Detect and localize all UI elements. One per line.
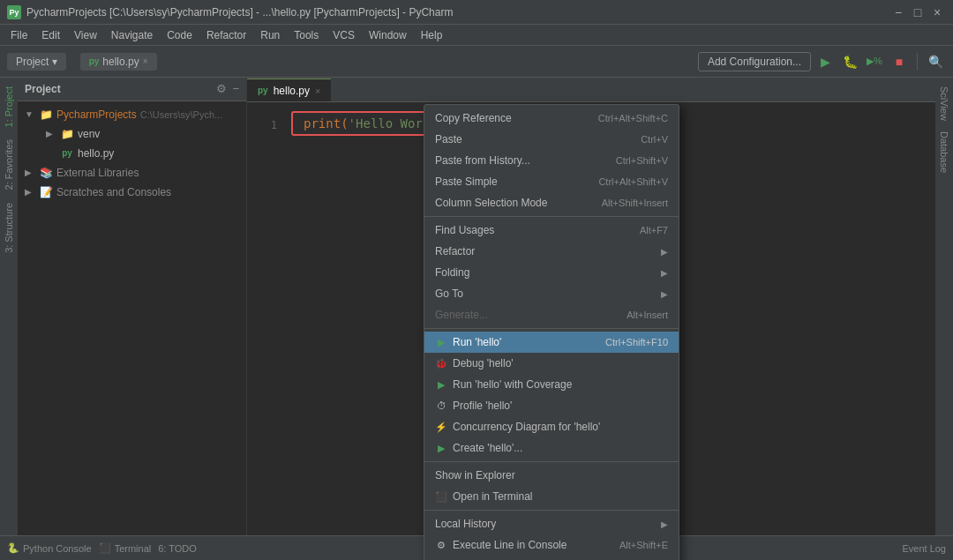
ctx-paste-simple-shortcut: Ctrl+Alt+Shift+V xyxy=(598,176,668,187)
ctx-paste-history-label: Paste from History... xyxy=(435,154,530,167)
ctx-refactor[interactable]: Refactor ▶ xyxy=(424,241,679,262)
ctx-profile-hello[interactable]: ⏱ Profile 'hello' xyxy=(424,395,679,416)
ctx-show-explorer[interactable]: Show in Explorer xyxy=(424,465,679,486)
ctx-concurrency-icon: ⚡ xyxy=(435,421,447,433)
panel-settings-icon[interactable]: ⚙ xyxy=(216,82,227,95)
ctx-column-selection[interactable]: Column Selection Mode Alt+Shift+Insert xyxy=(424,192,679,213)
tree-item-scratches[interactable]: ▶ 📝 Scratches and Consoles xyxy=(18,183,246,202)
ctx-run-coverage[interactable]: ▶ Run 'hello' with Coverage xyxy=(424,374,679,395)
sidebar-item-database[interactable]: Database xyxy=(937,126,951,178)
menu-edit[interactable]: Edit xyxy=(34,27,67,43)
run-with-coverage-button[interactable]: ▶% xyxy=(864,51,885,72)
ctx-create-hello[interactable]: ▶ Create 'hello'... xyxy=(424,437,679,459)
ctx-find-usages[interactable]: Find Usages Alt+F7 xyxy=(424,220,679,241)
panel-collapse-icon[interactable]: − xyxy=(232,82,239,95)
ctx-concurrency[interactable]: ⚡ Concurrency Diagram for 'hello' xyxy=(424,416,679,437)
ctx-column-selection-shortcut: Alt+Shift+Insert xyxy=(602,198,668,208)
ctx-debug-hello-label: Debug 'hello' xyxy=(453,357,514,370)
ctx-copy-reference[interactable]: Copy Reference Ctrl+Alt+Shift+C xyxy=(424,108,679,129)
ctx-show-explorer-label: Show in Explorer xyxy=(435,469,515,482)
status-python-console[interactable]: 🐍 Python Console xyxy=(7,542,92,554)
ctx-folding-label: Folding xyxy=(435,266,469,279)
ctx-paste[interactable]: Paste Ctrl+V xyxy=(424,129,679,150)
hello-label: hello.py xyxy=(78,147,114,160)
status-event-log[interactable]: Event Log xyxy=(902,543,946,554)
tree-item-external-libs[interactable]: ▶ 📚 External Libraries xyxy=(18,163,246,183)
ctx-refactor-arrow: ▶ xyxy=(661,247,668,257)
menu-vcs[interactable]: VCS xyxy=(326,27,362,43)
code-print-keyword: print xyxy=(304,116,341,131)
project-tab[interactable]: Project ▾ xyxy=(7,53,66,71)
search-everywhere-button[interactable]: 🔍 xyxy=(925,51,946,72)
file-tab[interactable]: py hello.py × xyxy=(80,53,157,71)
file-tab-label: hello.py xyxy=(102,56,139,68)
terminal-label: Terminal xyxy=(115,543,152,554)
ctx-paste-label: Paste xyxy=(435,133,462,146)
add-configuration-button[interactable]: Add Configuration... xyxy=(698,52,811,71)
close-button[interactable]: × xyxy=(928,4,946,21)
ctx-run-coverage-label: Run 'hello' with Coverage xyxy=(453,378,572,391)
project-tab-label: Project ▾ xyxy=(16,56,57,68)
ctx-run-icon: ▶ xyxy=(435,336,447,348)
ctx-run-hello-label: Run 'hello' xyxy=(453,336,501,348)
tree-item-venv[interactable]: ▶ 📁 venv xyxy=(18,124,246,144)
menu-file[interactable]: File xyxy=(4,27,34,43)
sidebar-item-project[interactable]: 1: Project xyxy=(2,81,16,132)
venv-folder-icon: 📁 xyxy=(60,127,74,141)
status-terminal[interactable]: ⬛ Terminal xyxy=(99,542,152,554)
ctx-debug-hello[interactable]: 🐞 Debug 'hello' xyxy=(424,353,679,374)
menu-run[interactable]: Run xyxy=(253,27,287,43)
menu-refactor[interactable]: Refactor xyxy=(199,27,253,43)
ctx-paste-shortcut: Ctrl+V xyxy=(641,134,668,145)
sidebar-item-structure[interactable]: 3: Structure xyxy=(2,198,16,258)
left-side-tabs: 1: Project 2: Favorites 3: Structure xyxy=(0,78,18,535)
maximize-button[interactable]: □ xyxy=(909,4,927,21)
ctx-run-file[interactable]: ⚙ Run File in Console xyxy=(424,556,679,560)
debug-button[interactable]: 🐛 xyxy=(839,51,860,72)
editor-tab-hello[interactable]: py hello.py × xyxy=(247,78,331,101)
ctx-paste-history-shortcut: Ctrl+Shift+V xyxy=(616,155,668,166)
ctx-goto-label: Go To xyxy=(435,287,463,300)
ctx-folding[interactable]: Folding ▶ xyxy=(424,262,679,283)
ctx-debug-icon: 🐞 xyxy=(435,357,447,370)
ctx-execute-icon: ⚙ xyxy=(435,539,447,551)
minimize-button[interactable]: − xyxy=(889,4,907,21)
ctx-run-hello[interactable]: ▶ Run 'hello' Ctrl+Shift+F10 xyxy=(424,332,679,353)
ctx-column-selection-label: Column Selection Mode xyxy=(435,197,547,209)
ctx-execute-line-shortcut: Alt+Shift+E xyxy=(619,540,668,550)
menu-view[interactable]: View xyxy=(67,27,104,43)
ctx-open-terminal[interactable]: ⬛ Open in Terminal xyxy=(424,486,679,507)
run-button[interactable]: ▶ xyxy=(814,51,836,72)
sidebar-item-sciview[interactable]: SciView xyxy=(937,81,951,126)
ctx-paste-simple-label: Paste Simple xyxy=(435,175,498,188)
ctx-find-usages-label: Find Usages xyxy=(435,224,494,236)
ctx-local-history[interactable]: Local History ▶ xyxy=(424,513,679,534)
ctx-profile-icon: ⏱ xyxy=(435,399,447,412)
stop-button[interactable]: ■ xyxy=(889,51,910,72)
ctx-execute-line[interactable]: ⚙ Execute Line in Console Alt+Shift+E xyxy=(424,534,679,556)
extlibs-label: External Libraries xyxy=(56,167,139,179)
ctx-sep-4 xyxy=(424,510,679,511)
menu-navigate[interactable]: Navigate xyxy=(104,27,160,43)
tree-item-hello[interactable]: ▶ py hello.py xyxy=(18,144,246,163)
sidebar-item-favorites[interactable]: 2: Favorites xyxy=(2,134,16,195)
panel-title: Project xyxy=(25,83,211,95)
ctx-goto[interactable]: Go To ▶ xyxy=(424,283,679,304)
editor-tab-label: hello.py xyxy=(274,85,310,97)
root-folder-icon: 📁 xyxy=(39,108,53,122)
menu-code[interactable]: Code xyxy=(160,27,199,43)
menu-help[interactable]: Help xyxy=(414,27,450,43)
ctx-generate-shortcut: Alt+Insert xyxy=(627,310,668,320)
menu-window[interactable]: Window xyxy=(362,27,414,43)
ctx-paste-simple[interactable]: Paste Simple Ctrl+Alt+Shift+V xyxy=(424,171,679,192)
python-console-icon: 🐍 xyxy=(7,542,19,554)
status-todo[interactable]: 6: TODO xyxy=(158,543,197,554)
tree-root[interactable]: ▼ 📁 PycharmProjects C:\Users\sy\Pych... xyxy=(18,105,246,124)
ctx-generate-label: Generate... xyxy=(435,309,488,321)
ctx-paste-history[interactable]: Paste from History... Ctrl+Shift+V xyxy=(424,150,679,171)
menu-tools[interactable]: Tools xyxy=(287,27,326,43)
menu-bar: File Edit View Navigate Code Refactor Ru… xyxy=(0,25,953,46)
editor-tab-close[interactable]: × xyxy=(315,86,320,96)
ctx-sep-3 xyxy=(424,461,679,462)
ctx-run-hello-shortcut: Ctrl+Shift+F10 xyxy=(605,337,668,347)
